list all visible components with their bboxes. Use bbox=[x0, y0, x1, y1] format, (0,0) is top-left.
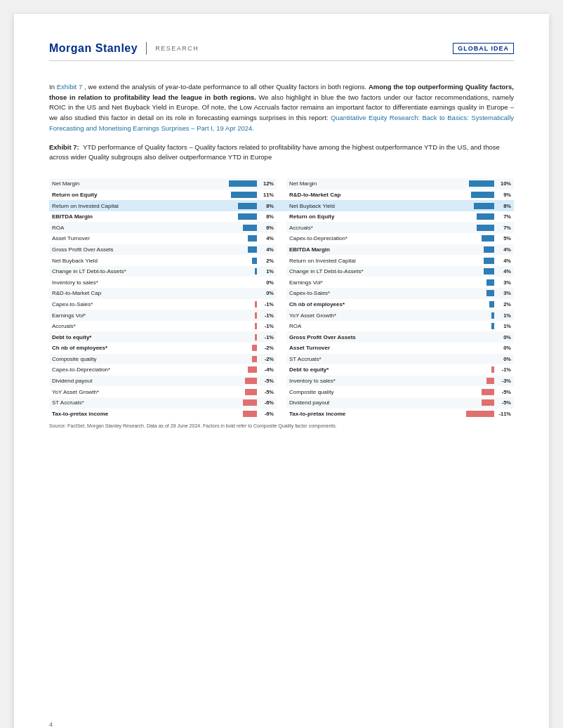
row-gap bbox=[277, 310, 286, 321]
performance-table: USYTD perfEuropeYTD perfNet Margin12%Net… bbox=[49, 168, 514, 419]
bar-cell: -1% bbox=[206, 331, 277, 343]
us-factor-name: Earnings Vol* bbox=[49, 310, 206, 321]
bar-cell: 1% bbox=[206, 266, 277, 277]
row-gap bbox=[277, 233, 286, 244]
us-factor-name: Inventory to sales* bbox=[49, 277, 206, 288]
bar-cell: 0% bbox=[443, 354, 514, 365]
bar-cell: 0% bbox=[443, 331, 514, 343]
table-row: Net Buyback Yield2%Return on Invested Ca… bbox=[49, 255, 514, 266]
europe-factor-name: Net Margin bbox=[286, 178, 443, 190]
europe-factor-name: Change in LT Debt-to-Assets* bbox=[286, 266, 443, 277]
bar-cell: 4% bbox=[206, 244, 277, 256]
us-factor-name: Gross Profit Over Assets bbox=[49, 244, 206, 256]
europe-factor-name: R&D-to-Market Cap bbox=[286, 190, 443, 201]
research-label: RESEARCH bbox=[155, 45, 199, 52]
bar-cell: 6% bbox=[206, 222, 277, 233]
table-row: Return on Invested Capital8%Net Buyback … bbox=[49, 200, 514, 211]
europe-factor-name: Capex-to-Sales* bbox=[286, 288, 443, 299]
bar-cell: 0% bbox=[443, 343, 514, 354]
table-row: ST Accruals*-6%Dividend payout-5% bbox=[49, 397, 514, 409]
europe-factor-name: Asset Turnover bbox=[286, 343, 443, 354]
row-gap bbox=[277, 321, 286, 332]
bar-cell: 4% bbox=[443, 244, 514, 256]
table-row: Debt to equity*-1%Gross Profit Over Asse… bbox=[49, 331, 514, 343]
bar-cell: -3% bbox=[443, 376, 514, 387]
table-row: Composite quality-2%ST Accruals*0% bbox=[49, 354, 514, 365]
table-row: Gross Profit Over Assets4%EBITDA Margin4… bbox=[49, 244, 514, 256]
us-factor-name: Ch nb of employees* bbox=[49, 343, 206, 354]
page-header: Morgan Stanley RESEARCH GLOBAL IDEA bbox=[49, 42, 514, 61]
us-factor-name: Debt to equity* bbox=[49, 331, 206, 343]
us-factor-name: Asset Turnover bbox=[49, 233, 206, 244]
bar-cell: 0% bbox=[206, 277, 277, 288]
page: Morgan Stanley RESEARCH GLOBAL IDEA In E… bbox=[14, 14, 549, 728]
europe-factor-name: Return on Equity bbox=[286, 211, 443, 223]
us-factor-name: Net Margin bbox=[49, 178, 206, 190]
row-gap bbox=[277, 376, 286, 387]
research-link[interactable]: Quantitative Equity Research: Back to Ba… bbox=[49, 114, 514, 132]
europe-factor-name: YoY Asset Growth* bbox=[286, 310, 443, 321]
bar-cell: 9% bbox=[443, 190, 514, 201]
europe-factor-name: ROA bbox=[286, 321, 443, 332]
bar-cell: -6% bbox=[206, 409, 277, 420]
data-table-container: USYTD perfEuropeYTD perfNet Margin12%Net… bbox=[49, 168, 514, 419]
row-gap bbox=[277, 266, 286, 277]
table-row: Change in LT Debt-to-Assets*1%Change in … bbox=[49, 266, 514, 277]
row-gap bbox=[277, 178, 286, 190]
bar-cell: -5% bbox=[443, 386, 514, 397]
bar-cell: 2% bbox=[443, 299, 514, 310]
row-gap bbox=[277, 288, 286, 299]
row-gap bbox=[277, 299, 286, 310]
bar-cell: 2% bbox=[206, 255, 277, 266]
table-row: Return on Equity11%R&D-to-Market Cap9% bbox=[49, 190, 514, 201]
bar-cell: -2% bbox=[206, 343, 277, 354]
bar-cell: 3% bbox=[443, 277, 514, 288]
row-gap bbox=[277, 343, 286, 354]
europe-ytd-header: YTD perf bbox=[443, 168, 514, 178]
table-row: Capex-to-Depreciation*-4%Debt to equity*… bbox=[49, 364, 514, 376]
us-factor-name: Capex-to-Depreciation* bbox=[49, 364, 206, 376]
row-gap bbox=[277, 244, 286, 256]
europe-factor-name: Accruals* bbox=[286, 222, 443, 233]
bar-cell: 5% bbox=[443, 233, 514, 244]
table-row: EBITDA Margin8%Return on Equity7% bbox=[49, 211, 514, 223]
europe-factor-name: Gross Profit Over Assets bbox=[286, 331, 443, 343]
bar-cell: -5% bbox=[206, 386, 277, 397]
exhibit7-link[interactable]: Exhibit 7 bbox=[57, 83, 83, 91]
bar-cell: -11% bbox=[443, 409, 514, 420]
table-row: Dividend payout-5%Inventory to sales*-3% bbox=[49, 376, 514, 387]
bar-cell: -1% bbox=[206, 321, 277, 332]
intro-paragraph: In Exhibit 7 , we extend the analysis of… bbox=[49, 82, 514, 134]
us-factor-name: YoY Asset Growth* bbox=[49, 386, 206, 397]
europe-factor-name: Net Buyback Yield bbox=[286, 200, 443, 211]
bar-cell: -1% bbox=[206, 310, 277, 321]
us-factor-name: Dividend payout bbox=[49, 376, 206, 387]
table-row: Inventory to sales*0%Earnings Vol*3% bbox=[49, 277, 514, 288]
row-gap bbox=[277, 364, 286, 376]
row-gap bbox=[277, 397, 286, 409]
us-factor-name: Net Buyback Yield bbox=[49, 255, 206, 266]
us-factor-name: Tax-to-pretax income bbox=[49, 409, 206, 420]
bar-cell: 8% bbox=[443, 200, 514, 211]
europe-factor-name: Tax-to-pretax income bbox=[286, 409, 443, 420]
europe-header: Europe bbox=[286, 168, 443, 178]
logo: Morgan Stanley bbox=[49, 42, 138, 55]
table-row: Capex-to-Sales*-1%Ch nb of employees*2% bbox=[49, 299, 514, 310]
bar-cell: 8% bbox=[206, 200, 277, 211]
us-factor-name: Accruals* bbox=[49, 321, 206, 332]
table-row: Tax-to-pretax income-6%Tax-to-pretax inc… bbox=[49, 409, 514, 420]
bar-cell: 4% bbox=[206, 233, 277, 244]
bar-cell: -5% bbox=[206, 376, 277, 387]
bar-cell: -5% bbox=[443, 397, 514, 409]
row-gap bbox=[277, 255, 286, 266]
us-factor-name: R&D-to-Market Cap bbox=[49, 288, 206, 299]
bar-cell: 7% bbox=[443, 222, 514, 233]
bar-cell: 1% bbox=[443, 310, 514, 321]
us-factor-name: Composite quality bbox=[49, 354, 206, 365]
us-ytd-header: YTD perf bbox=[206, 168, 277, 178]
us-factor-name: EBITDA Margin bbox=[49, 211, 206, 223]
europe-factor-name: Earnings Vol* bbox=[286, 277, 443, 288]
bar-cell: -2% bbox=[206, 354, 277, 365]
bar-cell: 11% bbox=[206, 190, 277, 201]
us-factor-name: Change in LT Debt-to-Assets* bbox=[49, 266, 206, 277]
